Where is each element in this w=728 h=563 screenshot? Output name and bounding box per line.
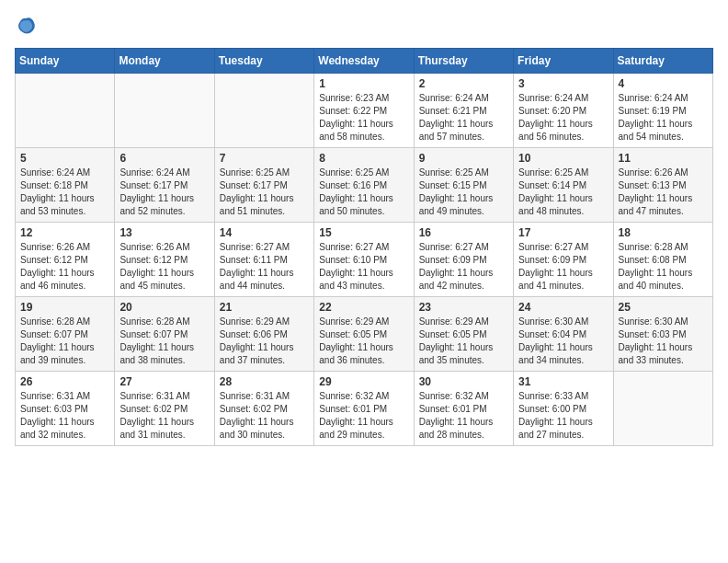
calendar-cell: 2Sunrise: 6:24 AM Sunset: 6:21 PM Daylig… <box>414 74 513 148</box>
day-info: Sunrise: 6:29 AM Sunset: 6:06 PM Dayligh… <box>220 316 309 367</box>
weekday-header-friday: Friday <box>514 49 613 74</box>
day-number: 26 <box>20 375 109 388</box>
day-number: 19 <box>20 301 109 314</box>
day-info: Sunrise: 6:27 AM Sunset: 6:09 PM Dayligh… <box>419 241 508 293</box>
calendar-cell: 18Sunrise: 6:28 AM Sunset: 6:08 PM Dayli… <box>613 223 712 297</box>
day-number: 21 <box>220 301 309 314</box>
logo <box>15 15 40 37</box>
calendar-cell: 3Sunrise: 6:24 AM Sunset: 6:20 PM Daylig… <box>514 74 613 148</box>
calendar-cell: 29Sunrise: 6:32 AM Sunset: 6:01 PM Dayli… <box>314 372 414 446</box>
day-info: Sunrise: 6:29 AM Sunset: 6:05 PM Dayligh… <box>419 316 508 367</box>
day-number: 31 <box>518 375 608 388</box>
day-number: 8 <box>319 152 408 165</box>
week-row-4: 19Sunrise: 6:28 AM Sunset: 6:07 PM Dayli… <box>16 297 713 372</box>
week-row-3: 12Sunrise: 6:26 AM Sunset: 6:12 PM Dayli… <box>16 223 713 297</box>
day-number: 14 <box>220 226 309 239</box>
calendar-cell: 8Sunrise: 6:25 AM Sunset: 6:16 PM Daylig… <box>314 148 414 223</box>
weekday-header-wednesday: Wednesday <box>314 49 414 74</box>
calendar-cell: 5Sunrise: 6:24 AM Sunset: 6:18 PM Daylig… <box>16 148 115 223</box>
day-info: Sunrise: 6:29 AM Sunset: 6:05 PM Dayligh… <box>319 316 408 367</box>
day-info: Sunrise: 6:23 AM Sunset: 6:22 PM Dayligh… <box>319 92 408 144</box>
day-info: Sunrise: 6:24 AM Sunset: 6:21 PM Dayligh… <box>419 92 508 144</box>
calendar-cell: 16Sunrise: 6:27 AM Sunset: 6:09 PM Dayli… <box>414 223 513 297</box>
day-info: Sunrise: 6:27 AM Sunset: 6:11 PM Dayligh… <box>220 241 309 293</box>
calendar-cell: 9Sunrise: 6:25 AM Sunset: 6:15 PM Daylig… <box>414 148 513 223</box>
calendar-cell: 7Sunrise: 6:25 AM Sunset: 6:17 PM Daylig… <box>214 148 313 223</box>
calendar-cell <box>214 74 313 148</box>
calendar-cell: 14Sunrise: 6:27 AM Sunset: 6:11 PM Dayli… <box>214 223 313 297</box>
calendar-cell: 10Sunrise: 6:25 AM Sunset: 6:14 PM Dayli… <box>514 148 613 223</box>
day-info: Sunrise: 6:26 AM Sunset: 6:12 PM Dayligh… <box>119 241 209 293</box>
week-row-2: 5Sunrise: 6:24 AM Sunset: 6:18 PM Daylig… <box>16 148 713 223</box>
weekday-header-saturday: Saturday <box>613 49 712 74</box>
day-number: 30 <box>419 375 508 388</box>
day-info: Sunrise: 6:31 AM Sunset: 6:03 PM Dayligh… <box>20 390 109 442</box>
day-number: 25 <box>619 301 708 314</box>
calendar-cell: 31Sunrise: 6:33 AM Sunset: 6:00 PM Dayli… <box>514 372 613 446</box>
calendar-cell: 27Sunrise: 6:31 AM Sunset: 6:02 PM Dayli… <box>115 372 214 446</box>
calendar-cell: 11Sunrise: 6:26 AM Sunset: 6:13 PM Dayli… <box>613 148 712 223</box>
day-info: Sunrise: 6:27 AM Sunset: 6:09 PM Dayligh… <box>518 241 608 293</box>
calendar-cell: 6Sunrise: 6:24 AM Sunset: 6:17 PM Daylig… <box>115 148 214 223</box>
day-info: Sunrise: 6:33 AM Sunset: 6:00 PM Dayligh… <box>518 390 608 442</box>
day-info: Sunrise: 6:32 AM Sunset: 6:01 PM Dayligh… <box>319 390 408 442</box>
calendar-cell: 15Sunrise: 6:27 AM Sunset: 6:10 PM Dayli… <box>314 223 414 297</box>
calendar-cell: 26Sunrise: 6:31 AM Sunset: 6:03 PM Dayli… <box>16 372 115 446</box>
day-number: 11 <box>619 152 708 165</box>
weekday-header-monday: Monday <box>115 49 214 74</box>
day-number: 4 <box>619 77 708 90</box>
weekday-header-thursday: Thursday <box>414 49 513 74</box>
day-info: Sunrise: 6:26 AM Sunset: 6:12 PM Dayligh… <box>20 241 109 293</box>
day-info: Sunrise: 6:28 AM Sunset: 6:08 PM Dayligh… <box>619 241 708 293</box>
weekday-header-sunday: Sunday <box>16 49 115 74</box>
day-number: 16 <box>419 226 508 239</box>
logo-icon <box>15 15 37 37</box>
day-info: Sunrise: 6:25 AM Sunset: 6:15 PM Dayligh… <box>419 167 508 218</box>
weekday-header-tuesday: Tuesday <box>214 49 313 74</box>
calendar-cell: 1Sunrise: 6:23 AM Sunset: 6:22 PM Daylig… <box>314 74 414 148</box>
day-number: 6 <box>119 152 209 165</box>
day-number: 12 <box>20 226 109 239</box>
calendar-cell: 20Sunrise: 6:28 AM Sunset: 6:07 PM Dayli… <box>115 297 214 372</box>
calendar-cell: 30Sunrise: 6:32 AM Sunset: 6:01 PM Dayli… <box>414 372 513 446</box>
calendar-cell: 21Sunrise: 6:29 AM Sunset: 6:06 PM Dayli… <box>214 297 313 372</box>
calendar-cell <box>16 74 115 148</box>
day-number: 13 <box>119 226 209 239</box>
day-info: Sunrise: 6:28 AM Sunset: 6:07 PM Dayligh… <box>20 316 109 367</box>
day-number: 23 <box>419 301 508 314</box>
weekday-header-row: SundayMondayTuesdayWednesdayThursdayFrid… <box>16 49 713 74</box>
day-info: Sunrise: 6:26 AM Sunset: 6:13 PM Dayligh… <box>619 167 708 218</box>
day-number: 1 <box>319 77 408 90</box>
day-number: 24 <box>518 301 608 314</box>
calendar-cell: 13Sunrise: 6:26 AM Sunset: 6:12 PM Dayli… <box>115 223 214 297</box>
day-number: 3 <box>518 77 608 90</box>
day-info: Sunrise: 6:30 AM Sunset: 6:03 PM Dayligh… <box>619 316 708 367</box>
day-info: Sunrise: 6:31 AM Sunset: 6:02 PM Dayligh… <box>119 390 209 442</box>
day-info: Sunrise: 6:30 AM Sunset: 6:04 PM Dayligh… <box>518 316 608 367</box>
day-number: 7 <box>220 152 309 165</box>
calendar-cell: 28Sunrise: 6:31 AM Sunset: 6:02 PM Dayli… <box>214 372 313 446</box>
calendar-cell: 17Sunrise: 6:27 AM Sunset: 6:09 PM Dayli… <box>514 223 613 297</box>
calendar-cell <box>115 74 214 148</box>
day-info: Sunrise: 6:24 AM Sunset: 6:18 PM Dayligh… <box>20 167 109 218</box>
calendar: SundayMondayTuesdayWednesdayThursdayFrid… <box>15 48 713 446</box>
calendar-cell: 4Sunrise: 6:24 AM Sunset: 6:19 PM Daylig… <box>613 74 712 148</box>
day-number: 10 <box>518 152 608 165</box>
day-number: 29 <box>319 375 408 388</box>
calendar-cell: 19Sunrise: 6:28 AM Sunset: 6:07 PM Dayli… <box>16 297 115 372</box>
week-row-1: 1Sunrise: 6:23 AM Sunset: 6:22 PM Daylig… <box>16 74 713 148</box>
calendar-cell: 25Sunrise: 6:30 AM Sunset: 6:03 PM Dayli… <box>613 297 712 372</box>
day-info: Sunrise: 6:32 AM Sunset: 6:01 PM Dayligh… <box>419 390 508 442</box>
calendar-cell: 22Sunrise: 6:29 AM Sunset: 6:05 PM Dayli… <box>314 297 414 372</box>
day-number: 9 <box>419 152 508 165</box>
day-number: 17 <box>518 226 608 239</box>
day-info: Sunrise: 6:24 AM Sunset: 6:17 PM Dayligh… <box>119 167 209 218</box>
calendar-cell: 12Sunrise: 6:26 AM Sunset: 6:12 PM Dayli… <box>16 223 115 297</box>
day-number: 5 <box>20 152 109 165</box>
day-number: 18 <box>619 226 708 239</box>
day-info: Sunrise: 6:27 AM Sunset: 6:10 PM Dayligh… <box>319 241 408 293</box>
day-number: 20 <box>119 301 209 314</box>
calendar-cell: 24Sunrise: 6:30 AM Sunset: 6:04 PM Dayli… <box>514 297 613 372</box>
day-number: 2 <box>419 77 508 90</box>
week-row-5: 26Sunrise: 6:31 AM Sunset: 6:03 PM Dayli… <box>16 372 713 446</box>
